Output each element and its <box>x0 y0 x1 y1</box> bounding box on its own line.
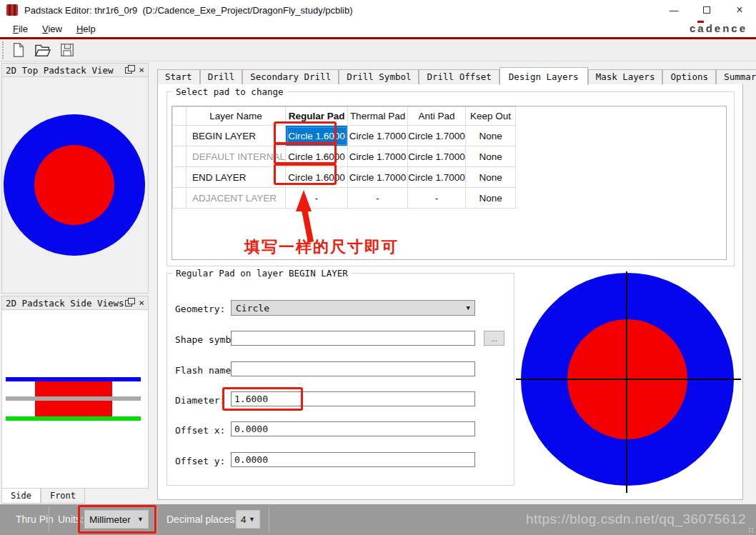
maximize-icon <box>703 6 710 14</box>
save-button[interactable] <box>58 41 76 59</box>
row-selector[interactable] <box>173 167 186 188</box>
side-views-panel-titlebar: 2D Padstack Side Views × <box>1 296 149 310</box>
annotation-box-end-layer <box>274 164 337 185</box>
anti-pad-cell[interactable]: Circle 1.7000 <box>408 126 466 146</box>
side-views-panel-title: 2D Padstack Side Views <box>6 298 124 309</box>
keep-out-cell[interactable]: None <box>466 146 516 167</box>
thermal-pad-cell[interactable]: - <box>348 188 408 209</box>
row-selector[interactable] <box>173 126 186 146</box>
open-folder-icon <box>34 42 51 58</box>
maximize-button[interactable] <box>690 0 723 20</box>
side-view-top-layer-bar <box>6 377 141 381</box>
annotation-text: 填写一样的尺寸即可 <box>244 236 399 258</box>
annotation-arrow-icon <box>289 190 327 243</box>
tab-drill[interactable]: Drill <box>200 69 243 84</box>
window-title: Padstack Editor: thr1r6_0r9 (D:/Cadence_… <box>24 5 353 16</box>
tab-start[interactable]: Start <box>157 69 200 84</box>
flash-name-label: Flash name: <box>175 365 237 376</box>
annotation-box-begin-layer <box>274 121 337 144</box>
table-row: END LAYER Circle 1.6000 Circle 1.7000 Ci… <box>173 167 516 188</box>
tab-summary[interactable]: Summary <box>716 69 756 84</box>
layer-name-cell[interactable]: BEGIN LAYER <box>186 126 286 146</box>
annotation-box-default-internal <box>274 143 337 164</box>
tab-design-layers[interactable]: Design Layers <box>499 67 588 85</box>
float-panel-icon[interactable] <box>125 300 132 306</box>
browse-button[interactable]: ... <box>484 331 504 346</box>
side-views-tabbar: Side Front <box>1 489 85 504</box>
crosshair-vertical <box>626 271 627 493</box>
resize-grip[interactable] <box>748 527 754 533</box>
cadence-macron <box>697 21 704 23</box>
statusbar-separator <box>49 507 49 532</box>
annotation-box-units <box>78 505 156 534</box>
toolbar-drag-handle[interactable] <box>2 41 4 59</box>
minimize-button[interactable]: — <box>657 0 690 20</box>
tab-side[interactable]: Side <box>1 489 41 504</box>
layer-name-cell[interactable]: ADJACENT LAYER <box>186 188 286 209</box>
anti-pad-cell[interactable]: Circle 1.7000 <box>408 167 466 188</box>
layer-name-cell[interactable]: DEFAULT INTERNAL <box>186 146 286 167</box>
tab-options[interactable]: Options <box>662 69 716 84</box>
close-button[interactable]: × <box>723 0 756 20</box>
tab-mask-layers[interactable]: Mask Layers <box>588 69 663 84</box>
anti-pad-cell[interactable]: Circle 1.7000 <box>408 146 466 167</box>
close-panel-icon[interactable]: × <box>139 66 144 74</box>
menu-file[interactable]: File <box>6 22 35 36</box>
keep-out-cell[interactable]: None <box>466 188 516 209</box>
col-thermal-pad: Thermal Pad <box>348 107 408 126</box>
thermal-pad-cell[interactable]: Circle 1.7000 <box>348 167 408 188</box>
pad-table: Layer Name Regular Pad Thermal Pad Anti … <box>172 106 516 209</box>
offset-y-field[interactable] <box>231 452 475 467</box>
menu-help[interactable]: Help <box>69 22 103 36</box>
col-layer-name: Layer Name <box>186 107 286 126</box>
row-selector[interactable] <box>173 188 186 209</box>
close-panel-icon[interactable]: × <box>139 299 144 306</box>
row-selector-header <box>173 107 186 126</box>
editor-tabbar: Start Drill Secondary Drill Drill Symbol… <box>157 68 756 84</box>
table-row: ADJACENT LAYER - - - None <box>173 188 516 209</box>
decimal-places-label: Decimal places: <box>166 514 237 525</box>
side-view-internal-layer-bar <box>6 396 141 401</box>
geometry-select[interactable]: Circle ▼ <box>231 300 475 316</box>
tab-drill-offset[interactable]: Drill Offset <box>419 69 499 84</box>
offset-x-label: Offset x: <box>175 425 225 436</box>
layer-name-cell[interactable]: END LAYER <box>186 167 286 188</box>
table-row: DEFAULT INTERNAL Circle 1.6000 Circle 1.… <box>173 146 516 167</box>
save-icon <box>59 42 75 58</box>
col-keep-out: Keep Out <box>466 107 516 126</box>
menu-view[interactable]: View <box>35 22 69 36</box>
side-view-bottom-layer-bar <box>6 416 141 421</box>
watermark-text: https://blog.csdn.net/qq_36075612 <box>526 511 746 527</box>
thermal-pad-cell[interactable]: Circle 1.7000 <box>348 146 408 167</box>
annotation-box-diameter <box>222 387 303 411</box>
flash-name-field[interactable] <box>231 361 475 376</box>
side-views-canvas <box>1 310 149 489</box>
tab-drill-symbol[interactable]: Drill Symbol <box>339 69 419 84</box>
statusbar-separator <box>269 507 269 532</box>
select-pad-group-title: Select pad to change <box>172 86 287 97</box>
chevron-down-icon: ▼ <box>247 516 255 523</box>
open-button[interactable] <box>34 41 52 59</box>
shape-symbol-field[interactable] <box>231 331 475 346</box>
crosshair-horizontal <box>516 379 741 380</box>
chevron-down-icon: ▼ <box>467 304 470 311</box>
top-view-drill-circle <box>34 145 114 225</box>
tab-secondary-drill[interactable]: Secondary Drill <box>242 69 339 84</box>
tab-front[interactable]: Front <box>41 489 85 504</box>
decimal-places-value: 4 <box>241 514 247 525</box>
keep-out-cell[interactable]: None <box>466 126 516 146</box>
float-panel-icon[interactable] <box>125 67 132 74</box>
offset-x-field[interactable] <box>231 421 475 436</box>
decimal-places-select[interactable]: 4 ▼ <box>236 510 260 529</box>
col-anti-pad: Anti Pad <box>408 107 466 126</box>
thermal-pad-cell[interactable]: Circle 1.7000 <box>348 126 408 146</box>
diameter-label: Diameter: <box>175 395 225 406</box>
new-file-button[interactable] <box>9 41 28 59</box>
padstack-editor-window: Padstack Editor: thr1r6_0r9 (D:/Cadence_… <box>0 0 756 535</box>
row-selector[interactable] <box>173 146 186 167</box>
app-icon <box>6 4 18 16</box>
keep-out-cell[interactable]: None <box>466 167 516 188</box>
pad-table-header-row: Layer Name Regular Pad Thermal Pad Anti … <box>173 107 516 126</box>
cadence-logo: cadence <box>690 22 747 34</box>
anti-pad-cell[interactable]: - <box>408 188 466 209</box>
